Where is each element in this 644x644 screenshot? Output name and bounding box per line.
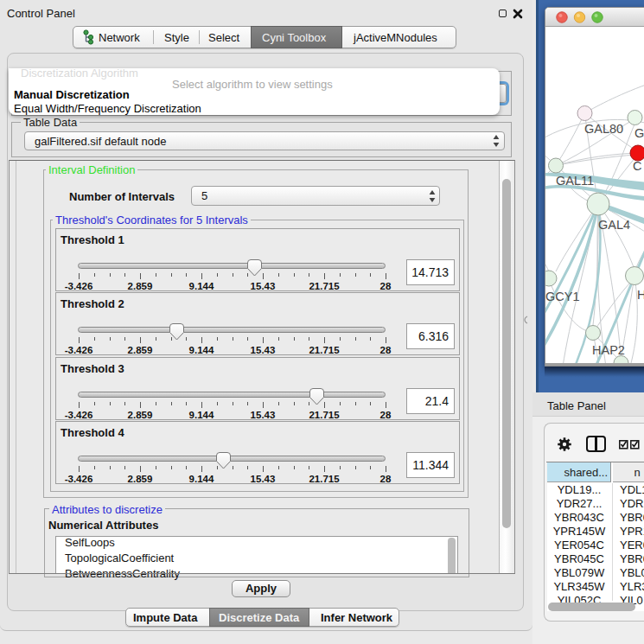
svg-text:GAL4: GAL4	[598, 218, 630, 232]
svg-text:GAL11: GAL11	[556, 174, 594, 188]
svg-text:C: C	[633, 159, 641, 173]
svg-text:H: H	[637, 288, 644, 302]
svg-text:GAL80: GAL80	[584, 122, 623, 136]
svg-text:HAP2: HAP2	[592, 343, 625, 357]
svg-text:GA: GA	[634, 126, 644, 140]
svg-text:GCY1: GCY1	[545, 290, 580, 303]
